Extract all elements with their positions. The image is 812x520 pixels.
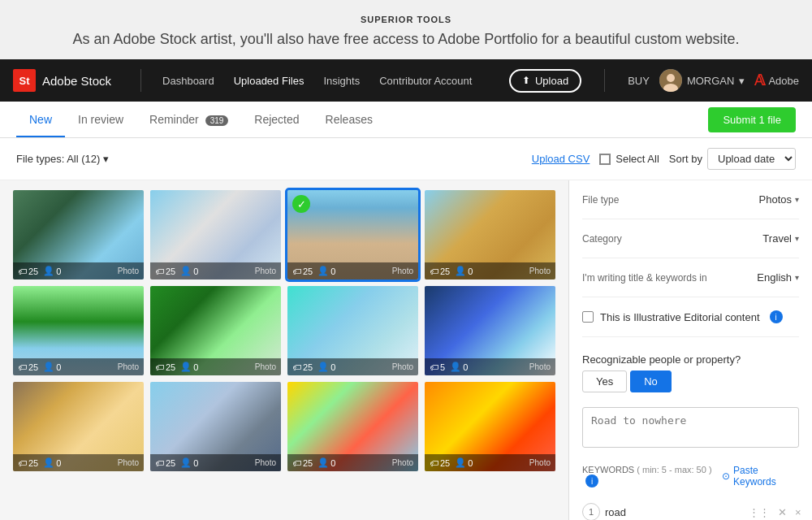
tag-count: 🏷 25 bbox=[18, 362, 38, 372]
file-types-caret: ▾ bbox=[103, 153, 109, 165]
recognizable-label: Recognizable people or property? bbox=[582, 353, 799, 366]
nav-dashboard[interactable]: Dashboard bbox=[154, 70, 222, 92]
svg-point-1 bbox=[667, 74, 675, 82]
item-type-label: Photo bbox=[529, 362, 551, 371]
tab-reminder[interactable]: Reminder 319 bbox=[136, 102, 241, 137]
category-dropdown[interactable]: Travel ▾ bbox=[762, 232, 799, 245]
grid-item[interactable]: 🏷 25 👤 0 Photo bbox=[287, 382, 418, 471]
tag-count: 🏷 25 bbox=[292, 362, 313, 372]
keyword-num-1: 1 bbox=[582, 503, 600, 520]
buy-link[interactable]: BUY bbox=[628, 75, 650, 87]
grid-item[interactable]: 🏷 25 👤 0 Photo bbox=[287, 286, 418, 375]
edit-icon-1[interactable]: ✕ bbox=[775, 505, 789, 520]
reminder-badge: 319 bbox=[205, 115, 229, 126]
editorial-checkbox[interactable] bbox=[582, 311, 594, 323]
divider bbox=[582, 336, 799, 337]
item-type-label: Photo bbox=[118, 362, 139, 371]
editorial-checkbox-row[interactable]: This is Illustrative Editorial content i bbox=[582, 310, 799, 323]
nav-separator bbox=[140, 69, 141, 92]
promo-text: As an Adobe Stock artist, you'll also ha… bbox=[16, 31, 796, 48]
item-overlay: 🏷 25 👤 0 Photo bbox=[150, 358, 281, 375]
people-count: 👤 0 bbox=[43, 362, 61, 372]
keyword-input-1[interactable] bbox=[605, 506, 741, 518]
keywords-label: KEYWORDS bbox=[582, 465, 634, 474]
grid-item[interactable]: 🏷 25 👤 0 Photo bbox=[13, 190, 144, 280]
nav-insights[interactable]: Insights bbox=[315, 70, 368, 92]
yes-button[interactable]: Yes bbox=[582, 370, 627, 392]
sort-select[interactable]: Upload date bbox=[707, 148, 796, 170]
item-overlay: 🏷 25 👤 0 Photo bbox=[13, 454, 144, 471]
upload-csv-link[interactable]: Upload CSV bbox=[532, 153, 590, 165]
people-count: 👤 0 bbox=[317, 362, 335, 372]
site-title: SUPERIOR TOOLS bbox=[16, 15, 796, 24]
selected-check-icon: ✓ bbox=[292, 195, 310, 213]
grid-item[interactable]: 🏷 5 👤 0 Photo bbox=[425, 286, 555, 375]
grid-item[interactable]: 🏷 25 👤 0 Photo bbox=[425, 190, 555, 280]
item-type-label: Photo bbox=[392, 362, 413, 371]
title-input[interactable] bbox=[582, 407, 799, 448]
tab-releases[interactable]: Releases bbox=[313, 102, 386, 137]
tag-count: 🏷 25 bbox=[292, 458, 313, 468]
item-type-label: Photo bbox=[392, 266, 413, 275]
item-overlay: 🏷 25 👤 0 Photo bbox=[287, 454, 418, 471]
people-count: 👤 0 bbox=[43, 457, 61, 468]
language-dropdown[interactable]: English ▾ bbox=[757, 271, 799, 284]
image-grid: 🏷 25 👤 0 Photo 🏷 25 👤 0 Photo ✓ 🏷 25 👤 0… bbox=[0, 180, 568, 520]
category-row: Category Travel ▾ bbox=[582, 232, 799, 245]
paste-icon: ⊙ bbox=[722, 470, 730, 482]
people-count: 👤 0 bbox=[43, 266, 61, 276]
grid-item[interactable]: 🏷 25 👤 0 Photo bbox=[150, 286, 281, 375]
tag-count: 🏷 25 bbox=[18, 266, 38, 276]
tab-in-review[interactable]: In review bbox=[65, 102, 136, 137]
tag-count: 🏷 25 bbox=[155, 266, 175, 276]
user-area[interactable]: MORGAN ▾ bbox=[659, 69, 745, 92]
tab-new[interactable]: New bbox=[16, 102, 65, 137]
select-all-checkbox[interactable]: Select All bbox=[599, 153, 659, 165]
file-type-dropdown[interactable]: Photos ▾ bbox=[759, 193, 799, 206]
delete-icon-1[interactable]: × bbox=[793, 505, 804, 520]
reorder-icon-1[interactable]: ⋮⋮ bbox=[746, 505, 772, 520]
upload-button[interactable]: ⬆ Upload bbox=[509, 69, 581, 93]
item-overlay: 🏷 25 👤 0 Photo bbox=[425, 262, 555, 280]
user-avatar bbox=[659, 69, 682, 92]
divider bbox=[582, 297, 799, 297]
no-button[interactable]: No bbox=[630, 370, 672, 392]
language-caret: ▾ bbox=[795, 273, 799, 282]
submit-button[interactable]: Submit 1 file bbox=[708, 107, 796, 132]
category-label: Category bbox=[582, 233, 622, 245]
item-overlay: 🏷 25 👤 0 Photo bbox=[287, 262, 418, 280]
item-type-label: Photo bbox=[118, 266, 139, 275]
editorial-info-icon[interactable]: i bbox=[770, 310, 783, 323]
adobe-icon: 𝔸 bbox=[754, 72, 765, 89]
grid-item[interactable]: 🏷 25 👤 0 Photo bbox=[13, 382, 144, 471]
grid-item[interactable]: 🏷 25 👤 0 Photo bbox=[150, 382, 281, 471]
file-type-row: File type Photos ▾ bbox=[582, 193, 799, 206]
item-type-label: Photo bbox=[529, 458, 551, 467]
people-count: 👤 0 bbox=[455, 457, 473, 468]
people-count: 👤 0 bbox=[180, 362, 198, 372]
grid-item[interactable]: 🏷 25 👤 0 Photo bbox=[150, 190, 281, 280]
people-count: 👤 0 bbox=[455, 266, 473, 276]
select-all-checkbox-icon bbox=[599, 154, 611, 165]
main-layout: 🏷 25 👤 0 Photo 🏷 25 👤 0 Photo ✓ 🏷 25 👤 0… bbox=[0, 180, 812, 520]
toolbar: File types: All (12) ▾ Upload CSV Select… bbox=[0, 138, 812, 180]
file-types-filter[interactable]: File types: All (12) ▾ bbox=[16, 153, 109, 165]
tab-rejected[interactable]: Rejected bbox=[241, 102, 312, 137]
nav-right: ⬆ Upload BUY MORGAN ▾ 𝔸 Adobe bbox=[509, 69, 799, 93]
item-type-label: Photo bbox=[118, 458, 139, 467]
nav-contributor-account[interactable]: Contributor Account bbox=[371, 70, 480, 92]
adobe-label: Adobe bbox=[768, 75, 799, 87]
nav-uploaded-files[interactable]: Uploaded Files bbox=[226, 70, 313, 92]
item-overlay: 🏷 25 👤 0 Photo bbox=[13, 262, 144, 280]
keywords-info-icon[interactable]: i bbox=[585, 474, 598, 488]
item-overlay: 🏷 5 👤 0 Photo bbox=[425, 358, 555, 375]
metadata-sidebar: File type Photos ▾ Category Travel ▾ I'm… bbox=[568, 180, 812, 520]
grid-item[interactable]: 🏷 25 👤 0 Photo bbox=[13, 286, 144, 375]
grid-item-selected[interactable]: ✓ 🏷 25 👤 0 Photo bbox=[287, 190, 418, 280]
grid-item[interactable]: 🏷 25 👤 0 Photo bbox=[425, 382, 555, 471]
paste-keywords-button[interactable]: ⊙ Paste Keywords bbox=[722, 465, 799, 488]
tag-count: 🏷 25 bbox=[430, 266, 450, 276]
item-overlay: 🏷 25 👤 0 Photo bbox=[150, 454, 281, 471]
upload-label: Upload bbox=[535, 75, 568, 87]
sort-by: Sort by Upload date bbox=[669, 148, 796, 170]
